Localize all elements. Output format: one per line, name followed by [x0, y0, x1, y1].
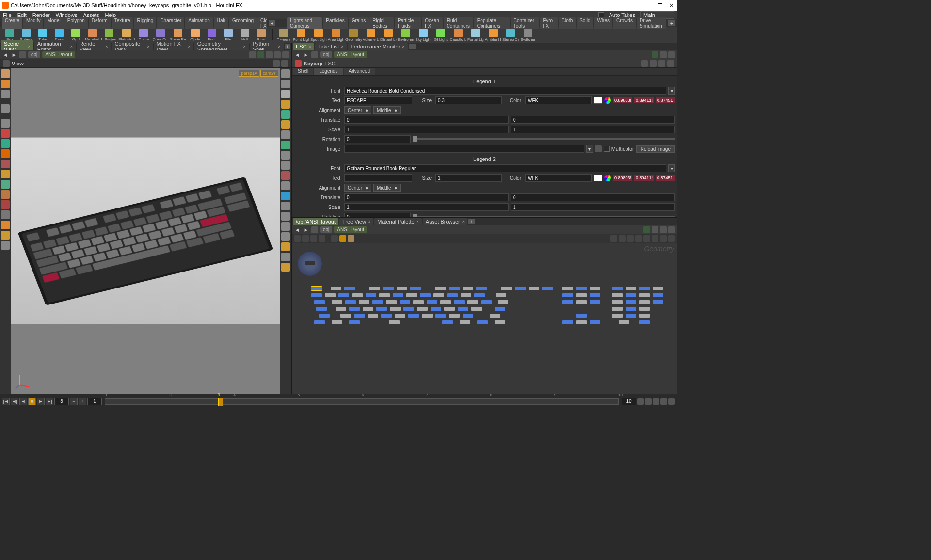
network-node[interactable]	[316, 307, 327, 311]
network-node[interactable]	[319, 314, 330, 318]
tl-loop-icon[interactable]	[660, 398, 667, 405]
color-wheel-icon[interactable]	[604, 175, 611, 181]
viewport-cfg1[interactable]	[249, 51, 256, 58]
network-node[interactable]	[474, 293, 485, 297]
network-node[interactable]	[461, 293, 471, 297]
pane-tab[interactable]: Performance Monitor×	[348, 43, 408, 50]
shelf-tab[interactable]: Populate Containers	[474, 17, 510, 29]
shelf-item[interactable]: Tube	[35, 29, 50, 42]
network-node[interactable]	[639, 307, 650, 311]
network-node[interactable]	[576, 293, 587, 297]
network-node[interactable]	[562, 287, 573, 290]
network-node[interactable]	[529, 287, 539, 290]
display-option-btn[interactable]	[281, 161, 290, 170]
shelf-tab[interactable]: Rigid Bodies	[369, 17, 394, 29]
param-path-obj[interactable]: obj	[320, 51, 332, 58]
network-node[interactable]	[314, 320, 325, 324]
pane-tab[interactable]: ESC×	[293, 43, 314, 50]
tool-btn[interactable]	[1, 221, 10, 229]
network-node[interactable]	[590, 320, 600, 324]
shelf-item[interactable]: Circle	[187, 29, 203, 42]
shelf-tab[interactable]: Model	[44, 17, 63, 29]
network-node[interactable]	[576, 300, 587, 304]
shelf-tab[interactable]: Hair	[214, 17, 228, 29]
node-name-label[interactable]: ESC	[324, 61, 336, 66]
rotation-slider[interactable]	[413, 138, 675, 140]
close-icon[interactable]: ×	[70, 44, 73, 49]
tool-btn[interactable]	[1, 129, 10, 138]
path-layout[interactable]: ANSI_layout	[42, 51, 75, 58]
network-node[interactable]	[490, 314, 500, 318]
size-input[interactable]	[435, 96, 502, 104]
tool-btn[interactable]	[1, 104, 10, 113]
net-r1-icon[interactable]	[610, 235, 617, 242]
shelf-item[interactable]: Box	[2, 29, 17, 42]
network-node[interactable]	[379, 293, 390, 297]
network-node[interactable]	[440, 300, 451, 304]
network-node[interactable]	[368, 314, 378, 318]
display-option-btn[interactable]	[281, 100, 290, 109]
maximize-button[interactable]: 🗖	[656, 2, 663, 8]
shelf-add-right[interactable]: +	[668, 20, 675, 26]
shelf-item[interactable]: Portal Light	[467, 29, 484, 42]
param-tab-legends[interactable]: Legends	[314, 68, 342, 75]
shelf-item[interactable]: File	[221, 29, 236, 42]
shelf-item[interactable]: Null	[237, 29, 253, 42]
network-node[interactable]	[397, 287, 407, 290]
param-tab-shell[interactable]: Shell	[293, 68, 313, 75]
add-tab[interactable]: +	[468, 219, 475, 224]
pane-tab[interactable]: Tree View×	[339, 218, 373, 225]
file-browse-icon[interactable]	[595, 145, 602, 152]
display-option-btn[interactable]	[281, 80, 290, 88]
display-option-btn[interactable]	[281, 242, 290, 251]
info-icon[interactable]	[667, 60, 674, 67]
param-path-home[interactable]	[311, 51, 318, 58]
flag-icon[interactable]	[650, 60, 657, 67]
network-node[interactable]	[477, 320, 488, 324]
nav-back[interactable]: ◄	[2, 52, 9, 58]
network-node[interactable]	[562, 320, 573, 324]
close-icon[interactable]: ×	[462, 219, 465, 224]
view-menu-icon[interactable]	[3, 60, 10, 67]
net-path-layout[interactable]: ANSI_layout	[334, 226, 367, 233]
shelf-tab[interactable]: Particle Fluids	[395, 17, 421, 29]
net-r5-icon[interactable]	[643, 235, 650, 242]
shelf-item[interactable]: Draw Curve	[152, 29, 169, 42]
network-node[interactable]	[332, 320, 342, 324]
viewport-cfg2[interactable]	[257, 51, 264, 58]
network-node[interactable]	[431, 307, 441, 311]
tl-step-back[interactable]: ◄	[19, 398, 27, 405]
network-node[interactable]	[444, 307, 455, 311]
shelf-item[interactable]: Geometry L..	[345, 29, 362, 42]
help-icon[interactable]	[658, 60, 665, 67]
network-node[interactable]	[496, 293, 506, 297]
text-input[interactable]	[344, 174, 412, 182]
network-node[interactable]	[542, 287, 553, 290]
color-r[interactable]: 0.89803!	[613, 175, 632, 181]
color-b[interactable]: 0.87451	[656, 97, 675, 103]
font-dropdown[interactable]: ▾	[668, 164, 675, 172]
shelf-tab[interactable]: Lights and Cameras	[287, 17, 322, 29]
network-node[interactable]	[390, 307, 401, 311]
frame-end-input[interactable]	[622, 398, 636, 405]
shelf-item[interactable]: GI Light	[433, 29, 449, 42]
net-path-obj[interactable]: obj	[320, 226, 332, 233]
close-icon[interactable]: ×	[147, 44, 149, 49]
net-nav-fwd[interactable]: ►	[303, 227, 309, 233]
shelf-item[interactable]: Curve	[136, 29, 151, 42]
param-pin-icon[interactable]	[660, 51, 667, 58]
network-node[interactable]	[653, 300, 663, 304]
reload-image-button[interactable]: Reload Image	[636, 145, 675, 153]
nav-fwd[interactable]: ►	[11, 52, 17, 58]
shelf-tab[interactable]: Pyro FX	[540, 17, 558, 29]
network-node[interactable]	[639, 293, 650, 297]
shelf-tab[interactable]: Texture	[112, 17, 133, 29]
scale-y[interactable]	[511, 126, 675, 133]
tool-btn[interactable]	[1, 231, 10, 240]
network-node[interactable]	[612, 293, 623, 297]
translate-y[interactable]	[511, 116, 675, 124]
tl-step-fwd[interactable]: ►	[37, 398, 45, 405]
network-node[interactable]	[372, 300, 383, 304]
network-node[interactable]	[359, 300, 369, 304]
display-option-btn[interactable]	[281, 181, 290, 190]
